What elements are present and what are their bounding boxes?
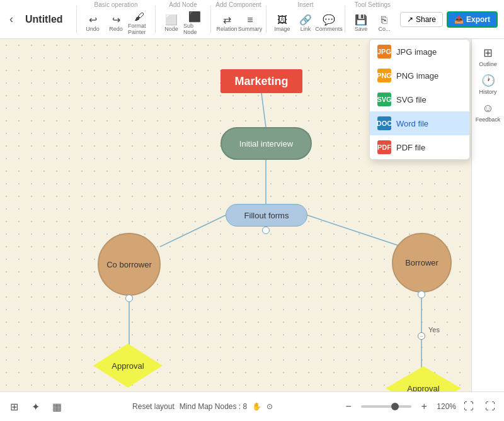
approval-right-node[interactable]: Approval	[386, 366, 461, 391]
hand-icon: ✋	[252, 402, 261, 411]
export-jpg-option[interactable]: JPG JPG image	[370, 40, 469, 64]
borrower-node[interactable]: Borrower	[392, 233, 452, 293]
zoom-value: 120%	[437, 402, 456, 411]
add-node-group: Add Node ⬜ Node ⬛ Sub Node	[158, 0, 209, 39]
toolbar-right: ↗ Share 📤 Export	[400, 11, 501, 28]
sidebar-feedback-item[interactable]: ☺ Feedback	[476, 99, 501, 125]
relation-icon: ⇄	[223, 15, 231, 25]
undo-button[interactable]: ↩ Undo	[81, 9, 104, 37]
export-button[interactable]: 📤 Export	[447, 11, 498, 28]
export-word-option[interactable]: DOC Word file	[370, 111, 469, 135]
bottom-bar: ⊞ ✦ ▦ Reset layout Mind Map Nodes : 8 ✋ …	[0, 391, 504, 421]
format-painter-icon: 🖌	[134, 12, 144, 22]
tool-settings-label: Tool Settings	[347, 1, 398, 9]
grid-view-button[interactable]: ⊞	[5, 398, 23, 415]
png-icon: PNG	[377, 69, 391, 82]
insert-label: Insert	[268, 1, 343, 9]
svg-line-2	[160, 215, 226, 247]
marketing-node[interactable]: Marketing	[220, 69, 302, 93]
node-button[interactable]: ⬜ Node	[160, 9, 183, 37]
fillout-expand-circle[interactable]	[262, 227, 270, 234]
sidebar-outline-item[interactable]: ⊞ Outline	[476, 44, 501, 69]
svg-line-3	[307, 215, 402, 247]
copy-icon: ⎘	[381, 15, 387, 25]
relation-button[interactable]: ⇄ Relation	[215, 9, 238, 37]
save-button[interactable]: 💾 Save	[350, 9, 372, 37]
target-icon: ⊙	[266, 402, 273, 411]
fillout-forms-node[interactable]: Fillout forms	[226, 204, 307, 227]
zoom-controls: − + 120% ⛶ ⛶	[340, 398, 499, 415]
basic-operation-group: Basic operation ↩ Undo ↪ Redo 🖌 Format P…	[79, 0, 153, 39]
word-icon: DOC	[377, 116, 391, 130]
redo-icon: ↪	[112, 15, 120, 25]
reset-layout-button[interactable]: Reset layout	[132, 402, 175, 411]
format-painter-button[interactable]: 🖌 Format Painter	[128, 9, 151, 37]
copy-button[interactable]: ⎘ Co...	[373, 9, 396, 37]
undo-icon: ↩	[89, 15, 97, 25]
initial-interview-node[interactable]: Initial interview	[220, 127, 312, 160]
zoom-thumb	[391, 403, 399, 410]
fit-screen-button[interactable]: ⛶	[460, 398, 478, 415]
add-component-label: Add Component	[213, 1, 264, 9]
link-button[interactable]: 🔗 Link	[294, 9, 317, 37]
basic-operation-label: Basic operation	[79, 1, 153, 9]
image-icon: 🖼	[277, 15, 287, 25]
export-dropdown: JPG JPG image PNG PNG image SVG SVG file…	[369, 39, 470, 160]
history-icon: 🕐	[481, 74, 495, 87]
add-node-label: Add Node	[158, 1, 209, 9]
save-icon: 💾	[355, 15, 367, 25]
back-button[interactable]: ‹	[3, 11, 20, 28]
mind-map-nodes-label: Mind Map Nodes : 8	[180, 402, 247, 411]
bottom-left-icons: ⊞ ✦ ▦	[5, 398, 66, 415]
link-icon: 🔗	[299, 15, 312, 25]
zoom-out-button[interactable]: −	[340, 398, 357, 415]
outline-icon: ⊞	[483, 46, 493, 60]
subnode-icon: ⬛	[188, 12, 201, 22]
comments-button[interactable]: 💬 Comments	[318, 9, 340, 37]
approval-left-node[interactable]: Approval	[93, 344, 163, 388]
export-svg-option[interactable]: SVG SVG file	[370, 87, 469, 111]
subnode-button[interactable]: ⬛ Sub Node	[183, 9, 206, 37]
image-button[interactable]: 🖼 Image	[271, 9, 294, 37]
share-button[interactable]: ↗ Share	[400, 12, 443, 27]
co-borrower-expand-circle[interactable]	[125, 295, 133, 302]
add-component-group: Add Component ⇄ Relation ≡ Summary	[213, 0, 264, 39]
zoom-slider[interactable]	[361, 405, 411, 408]
node-icon: ⬜	[165, 15, 178, 25]
export-icon: 📤	[454, 15, 464, 24]
feedback-icon: ☺	[482, 102, 493, 115]
star-button[interactable]: ✦	[26, 398, 44, 415]
summary-icon: ≡	[247, 15, 253, 25]
right-sidebar: ⊞ Outline 🕐 History ☺ Feedback	[471, 39, 504, 391]
borrower-expand-circle[interactable]	[418, 291, 425, 298]
export-pdf-option[interactable]: PDF PDF file	[370, 135, 469, 159]
sidebar-history-item[interactable]: 🕐 History	[476, 72, 501, 97]
table-button[interactable]: ▦	[48, 398, 66, 415]
svg-line-0	[261, 93, 266, 127]
co-borrower-node[interactable]: Co borrower	[98, 233, 161, 296]
yes-expand-circle[interactable]: −	[418, 332, 425, 340]
insert-group: Insert 🖼 Image 🔗 Link 💬 Comments	[268, 0, 343, 39]
pdf-icon: PDF	[377, 140, 391, 154]
summary-button[interactable]: ≡ Summary	[239, 9, 261, 37]
share-icon: ↗	[407, 15, 413, 24]
comments-icon: 💬	[323, 15, 335, 25]
tool-settings-group: Tool Settings 💾 Save ⎘ Co...	[347, 0, 398, 39]
zoom-in-button[interactable]: +	[415, 398, 433, 415]
redo-button[interactable]: ↪ Redo	[105, 9, 127, 37]
bottom-center: Reset layout Mind Map Nodes : 8 ✋ ⊙	[132, 402, 273, 411]
app-title: Untitled	[25, 14, 69, 25]
svg-icon: SVG	[377, 93, 391, 106]
fullscreen-button[interactable]: ⛶	[481, 398, 499, 415]
toolbar: ‹ Untitled Basic operation ↩ Undo ↪ Redo…	[0, 0, 504, 39]
jpg-icon: JPG	[377, 45, 391, 59]
export-png-option[interactable]: PNG PNG image	[370, 64, 469, 87]
yes-label: Yes	[428, 326, 440, 334]
